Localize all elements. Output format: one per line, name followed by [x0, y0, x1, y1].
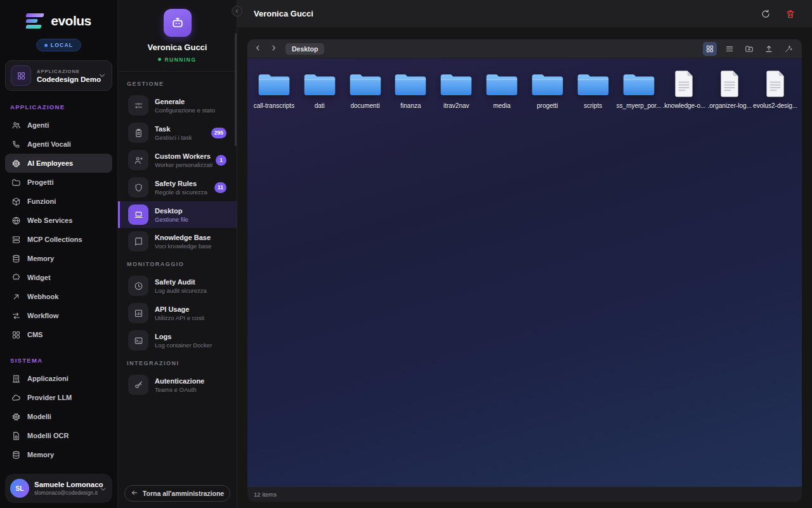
agent-nav-item-autenticazione[interactable]: AutenticazioneTeams e OAuth: [124, 371, 230, 398]
agent-nav-item-generale[interactable]: GeneraleConfigurazione e stato: [124, 92, 230, 119]
agent-nav-item-logs[interactable]: LogsLog container Docker: [124, 327, 230, 354]
nav-back-button[interactable]: [254, 44, 264, 54]
sidebar-item-applicazioni[interactable]: Applicazioni: [5, 369, 112, 388]
chip-icon: [11, 159, 21, 168]
sidebar-item-provider-llm[interactable]: Provider LLM: [5, 388, 112, 407]
file-name: finanza: [400, 102, 421, 109]
sidebar-item-workflow[interactable]: Workflow: [5, 306, 112, 325]
status-bar: 12 items: [247, 486, 802, 502]
sidebar-item-webhook[interactable]: Webhook: [5, 287, 112, 306]
sidebar-item-progetti[interactable]: Progetti: [5, 173, 112, 192]
history-icon: [128, 276, 148, 296]
grid-view-button[interactable]: [703, 42, 717, 56]
folder-item-ss-myerp-por[interactable]: ss_myerp_por...: [616, 67, 662, 109]
sidebar-item-cms[interactable]: CMS: [5, 325, 112, 344]
agent-nav-item-api-usage[interactable]: API UsageUtilizzo API e costi: [124, 300, 230, 326]
nav-forward-button[interactable]: [270, 44, 280, 54]
folder-icon: [348, 67, 383, 98]
server-icon: [11, 235, 21, 244]
sidebar-item-modelli[interactable]: Modelli: [5, 407, 112, 426]
breadcrumb[interactable]: Desktop: [285, 43, 324, 55]
sidebar-item-label: Applicazioni: [27, 375, 69, 382]
agent-status-badge: RUNNING: [158, 57, 196, 63]
book-icon: [128, 231, 148, 251]
agent-nav-item-custom-workers[interactable]: Custom WorkersWorker personalizzati1: [124, 147, 230, 173]
agent-nav-item-desktop[interactable]: DesktopGestione file: [118, 201, 237, 228]
file-item-knowledge-o[interactable]: .knowledge-o...: [662, 67, 707, 109]
agent-nav-item-safety-audit[interactable]: Safety AuditLog audit sicurezza: [124, 272, 230, 299]
back-to-admin-button[interactable]: Torna all'amministrazione: [124, 485, 230, 502]
list-view-button[interactable]: [723, 42, 737, 56]
folder-item-dati[interactable]: dati: [297, 67, 343, 109]
item-title: Knowledge Base: [155, 234, 226, 241]
sidebar-item-label: Workflow: [27, 312, 58, 319]
sidebar-item-mcp-collections[interactable]: MCP Collections: [5, 230, 112, 249]
sidebar-item-label: Widget: [27, 274, 51, 281]
back-to-admin-label: Torna all'amministrazione: [143, 490, 224, 497]
sidebar-item-memory[interactable]: Memory: [5, 249, 112, 268]
sidebar-item-ai-employees[interactable]: AI Employees: [5, 154, 112, 173]
agent-nav-item-knowledge-base[interactable]: Knowledge BaseVoci knowledge base: [124, 228, 230, 255]
item-title: Autenticazione: [155, 377, 226, 385]
delete-button[interactable]: [785, 9, 796, 19]
sidebar-item-agenti-vocali[interactable]: Agenti Vocali: [5, 135, 112, 154]
application-selector[interactable]: APPLICAZIONE Codedesign Demo: [5, 60, 112, 91]
arrow-up-right-icon: [11, 292, 21, 302]
nav-list-applicazione: AgentiAgenti VocaliAI EmployeesProgettiF…: [5, 116, 112, 344]
sidebar-item-modelli-ocr[interactable]: Modelli OCR: [5, 426, 112, 445]
workflow-icon: [11, 311, 21, 321]
sidebar-item-label: Funzioni: [27, 197, 56, 205]
sidebar-item-label: Progetti: [27, 178, 54, 186]
file-name: call-transcripts: [254, 102, 294, 109]
user-email: slomonaco@codedesign.it: [34, 490, 94, 496]
refresh-button[interactable]: [761, 9, 771, 19]
folder-item-media[interactable]: media: [479, 67, 525, 109]
file-name: ss_myerp_por...: [617, 102, 661, 109]
file-item-organizer-log[interactable]: .organizer-log...: [707, 67, 752, 109]
new-folder-button[interactable]: [742, 42, 756, 56]
folder-item-documenti[interactable]: documenti: [343, 67, 388, 109]
file-name: documenti: [351, 102, 380, 109]
agent-nav-item-safety-rules[interactable]: Safety RulesRegole di sicurezza11: [124, 174, 230, 201]
agent-nav-item-task[interactable]: TaskGestisci i task295: [124, 119, 230, 146]
laptop-icon: [128, 204, 148, 225]
folder-item-finanza[interactable]: finanza: [388, 67, 434, 109]
folder-item-progetti[interactable]: progetti: [525, 67, 570, 109]
building-icon: [11, 374, 21, 384]
doc-scan-icon: [11, 431, 21, 441]
item-subtitle: Worker personalizzati: [155, 161, 209, 168]
database-icon: [11, 254, 21, 264]
item-subtitle: Log audit sicurezza: [155, 287, 226, 294]
app-grid-icon: [11, 65, 31, 86]
folder-icon: [393, 67, 428, 98]
item-subtitle: Log container Docker: [155, 342, 226, 349]
sidebar-item-label: Memory: [27, 255, 54, 262]
scrollbar-thumb[interactable]: [235, 33, 237, 146]
folder-item-call-transcripts[interactable]: call-transcripts: [251, 67, 297, 109]
item-subtitle: Configurazione e stato: [155, 107, 226, 114]
folder-item-itrav2nav[interactable]: itrav2nav: [433, 67, 479, 109]
upload-button[interactable]: [762, 42, 776, 56]
cloud-icon: [11, 393, 21, 403]
sidebar-item-widget[interactable]: Widget: [5, 268, 112, 287]
env-dot-icon: [44, 44, 48, 47]
shield-icon: [128, 177, 148, 197]
sidebar-item-memory[interactable]: Memory: [5, 445, 112, 464]
user-menu[interactable]: SL Samuele Lomonaco slomonaco@codedesign…: [5, 474, 112, 503]
sidebar-item-agenti[interactable]: Agenti: [5, 116, 112, 135]
file-item-evolus2-desig[interactable]: evolus2-desig...: [752, 67, 798, 109]
ai-wand-button[interactable]: [782, 42, 796, 56]
sidebar-item-funzioni[interactable]: Funzioni: [5, 192, 112, 211]
app-selector-label: APPLICAZIONE: [37, 69, 92, 74]
item-title: Generale: [155, 98, 226, 105]
sidebar-collapse-button[interactable]: [232, 6, 242, 17]
sidebar-item-web-services[interactable]: Web Services: [5, 211, 112, 230]
app-sidebar: evolus LOCAL APPLICAZIONE Codedesign Dem…: [0, 0, 118, 508]
folder-item-scripts[interactable]: scripts: [570, 67, 616, 109]
count-badge: 295: [211, 128, 226, 138]
file-name: itrav2nav: [443, 102, 469, 109]
desktop-area[interactable]: call-transcriptsdatidocumentifinanzaitra…: [247, 58, 802, 486]
folder-icon: [303, 67, 337, 98]
clipboard-icon: [128, 123, 148, 143]
agent-bot-icon: [164, 9, 192, 37]
